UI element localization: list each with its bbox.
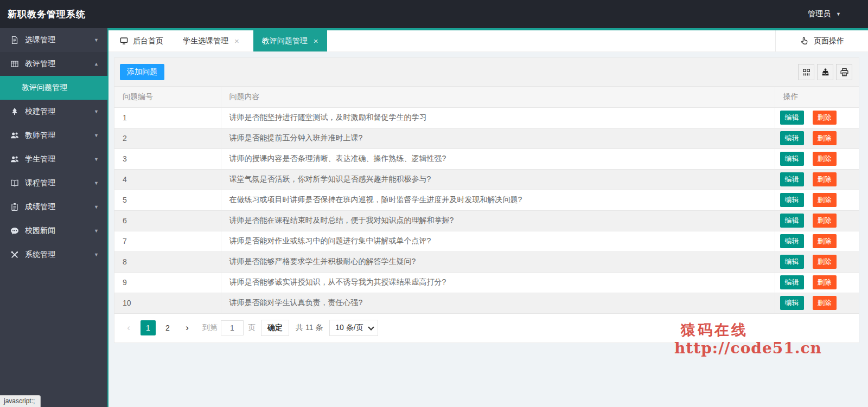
clipboard-icon bbox=[10, 203, 19, 211]
edit-button[interactable]: 编辑 bbox=[780, 111, 804, 125]
delete-button[interactable]: 删除 bbox=[813, 214, 837, 228]
tab-home[interactable]: 后台首页 bbox=[111, 30, 172, 51]
table-header-row: 问题编号 问题内容 操作 bbox=[114, 87, 859, 107]
page-size-select[interactable]: 10 条/页 bbox=[329, 320, 378, 336]
delete-button[interactable]: 删除 bbox=[813, 172, 837, 186]
sidebar-item-teachers[interactable]: 教师管理 ▼ bbox=[0, 124, 107, 147]
page-button-1[interactable]: 1 bbox=[141, 320, 156, 335]
questions-table: 问题编号 问题内容 操作 1 讲师是否能坚持进行随堂测试，及时激励和督促学生的学… bbox=[114, 87, 859, 314]
chevron-down-icon: ▼ bbox=[94, 133, 99, 138]
goto-page-input[interactable] bbox=[221, 320, 244, 335]
chevron-down-icon: ▼ bbox=[94, 109, 99, 114]
column-header-operations: 操作 bbox=[775, 87, 859, 107]
prev-page-button[interactable]: ‹ bbox=[121, 320, 136, 335]
edit-button[interactable]: 编辑 bbox=[780, 131, 804, 145]
delete-button[interactable]: 删除 bbox=[813, 275, 837, 289]
tab-student-course-selection[interactable]: 学生选课管理 × bbox=[174, 30, 248, 51]
chevron-down-icon: ▼ bbox=[94, 204, 99, 210]
tree-icon bbox=[10, 107, 19, 116]
delete-button[interactable]: 删除 bbox=[813, 131, 837, 145]
edit-button[interactable]: 编辑 bbox=[780, 172, 804, 186]
data-table-card: 添加问题 bbox=[114, 57, 859, 343]
cell-question-content: 在做练习或项目时讲师是否保持在班内巡视，随时监督学生进度并及时发现和解决问题? bbox=[221, 190, 775, 210]
users-icon bbox=[10, 155, 19, 164]
sidebar-item-students[interactable]: 学生管理 ▼ bbox=[0, 147, 107, 171]
delete-button[interactable]: 删除 bbox=[813, 255, 837, 269]
confirm-button[interactable]: 确定 bbox=[261, 320, 289, 336]
cell-question-id: 4 bbox=[114, 169, 221, 190]
app-title: 新职教务管理系统 bbox=[8, 8, 808, 21]
edit-button[interactable]: 编辑 bbox=[780, 193, 804, 207]
total-count: 共 11 条 bbox=[296, 323, 323, 333]
cell-question-content: 课堂气氛是否活跃，你对所学知识是否感兴趣并能积极参与? bbox=[221, 169, 775, 190]
edit-button[interactable]: 编辑 bbox=[780, 255, 804, 269]
table-row: 4 课堂气氛是否活跃，你对所学知识是否感兴趣并能积极参与? 编辑删除 bbox=[114, 169, 859, 190]
next-page-button[interactable]: › bbox=[180, 320, 195, 335]
cell-question-id: 3 bbox=[114, 148, 221, 169]
sidebar-item-system[interactable]: 系统管理 ▼ bbox=[0, 243, 107, 267]
sidebar-item-campus-news[interactable]: 校园新闻 ▼ bbox=[0, 219, 107, 243]
user-name: 管理员 bbox=[808, 9, 831, 19]
delete-button[interactable]: 删除 bbox=[813, 193, 837, 207]
filter-columns-button[interactable] bbox=[798, 64, 814, 80]
document-icon bbox=[10, 36, 19, 44]
delete-button[interactable]: 删除 bbox=[813, 152, 837, 166]
chevron-down-icon: ▼ bbox=[94, 180, 99, 186]
chevron-up-icon: ▲ bbox=[94, 61, 99, 67]
edit-button[interactable]: 编辑 bbox=[780, 152, 804, 166]
edit-button[interactable]: 编辑 bbox=[780, 275, 804, 289]
chevron-down-icon bbox=[368, 324, 374, 330]
cell-question-id: 8 bbox=[114, 251, 221, 272]
watermark: 猿码在线 http://code51.cn bbox=[674, 321, 822, 358]
delete-button[interactable]: 删除 bbox=[813, 111, 837, 125]
page-action-button[interactable]: 页面操作 bbox=[775, 30, 868, 51]
cell-question-id: 5 bbox=[114, 190, 221, 210]
cell-question-id: 1 bbox=[114, 107, 221, 128]
delete-button[interactable]: 删除 bbox=[813, 234, 837, 248]
edit-button[interactable]: 编辑 bbox=[780, 214, 804, 228]
watermark-title: 猿码在线 bbox=[681, 321, 822, 339]
sidebar: 选课管理 ▼ 教评管理 ▲ 教评问题管理 校建管理 ▼ 教师管理 ▼ bbox=[0, 28, 107, 407]
export-icon bbox=[821, 68, 830, 77]
table-row: 5 在做练习或项目时讲师是否保持在班内巡视，随时监督学生进度并及时发现和解决问题… bbox=[114, 190, 859, 210]
filter-columns-icon bbox=[802, 68, 811, 77]
chevron-down-icon: ▼ bbox=[94, 252, 99, 257]
user-menu[interactable]: 管理员 ▼ bbox=[808, 9, 841, 19]
edit-button[interactable]: 编辑 bbox=[780, 234, 804, 248]
sidebar-item-campus-construction[interactable]: 校建管理 ▼ bbox=[0, 100, 107, 124]
status-bar: javascript:; bbox=[0, 395, 41, 407]
chevron-down-icon: ▼ bbox=[94, 228, 99, 234]
tools-icon bbox=[10, 250, 19, 259]
cell-question-content: 讲师是否能够诚实讲授知识，从不诱导我为其授课结果虚高打分? bbox=[221, 272, 775, 293]
cell-question-content: 讲师是否能够严格要求学生并积极耐心的解答学生疑问? bbox=[221, 251, 775, 272]
close-icon[interactable]: × bbox=[314, 37, 318, 45]
app-header: 新职教务管理系统 管理员 ▼ bbox=[0, 0, 868, 28]
book-icon bbox=[10, 179, 19, 188]
add-question-button[interactable]: 添加问题 bbox=[120, 64, 164, 80]
sidebar-item-scores[interactable]: 成绩管理 ▼ bbox=[0, 195, 107, 219]
edit-button[interactable]: 编辑 bbox=[780, 296, 804, 310]
hand-pointer-icon bbox=[800, 36, 809, 46]
goto-page-label: 到第 bbox=[202, 323, 218, 333]
sidebar-item-evaluation[interactable]: 教评管理 ▲ bbox=[0, 52, 107, 76]
print-button[interactable] bbox=[836, 64, 852, 80]
cell-question-content: 讲师是否能对作业或练习中的问题进行集中讲解或单个点评? bbox=[221, 231, 775, 251]
export-button[interactable] bbox=[817, 64, 833, 80]
cell-question-id: 10 bbox=[114, 293, 221, 313]
table-row: 10 讲师是否能对学生认真负责，责任心强? 编辑删除 bbox=[114, 293, 859, 313]
delete-button[interactable]: 删除 bbox=[813, 296, 837, 310]
page-button-2[interactable]: 2 bbox=[160, 320, 175, 335]
cell-question-content: 讲师是否能坚持进行随堂测试，及时激励和督促学生的学习 bbox=[221, 107, 775, 128]
column-header-question-content: 问题内容 bbox=[221, 87, 775, 107]
sidebar-item-evaluation-questions[interactable]: 教评问题管理 bbox=[0, 76, 107, 100]
chevron-down-icon: ▼ bbox=[94, 37, 99, 43]
cell-question-content: 讲师的授课内容是否条理清晰、表达准确、操作熟练、逻辑性强? bbox=[221, 148, 775, 169]
tab-evaluation-questions[interactable]: 教评问题管理 × bbox=[253, 30, 327, 51]
close-icon[interactable]: × bbox=[234, 37, 239, 45]
sidebar-item-courses[interactable]: 课程管理 ▼ bbox=[0, 171, 107, 195]
sidebar-item-course-selection[interactable]: 选课管理 ▼ bbox=[0, 28, 107, 52]
cell-question-content: 讲师是否能在课程结束时及时总结，便于我对知识点的理解和掌握? bbox=[221, 210, 775, 231]
comment-icon bbox=[10, 227, 19, 235]
tab-bar: 后台首页 学生选课管理 × 教评问题管理 × 页面操作 bbox=[108, 30, 868, 52]
table-row: 6 讲师是否能在课程结束时及时总结，便于我对知识点的理解和掌握? 编辑删除 bbox=[114, 210, 859, 231]
